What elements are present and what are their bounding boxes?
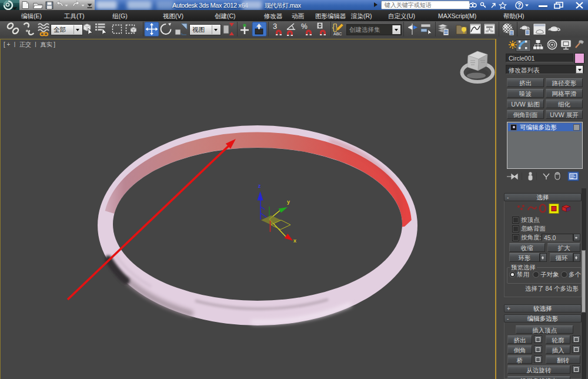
svg-text:3: 3 — [273, 22, 277, 31]
svg-text:%: % — [301, 22, 308, 31]
svg-text:ABC: ABC — [333, 32, 342, 36]
svg-text:?: ? — [517, 2, 521, 9]
